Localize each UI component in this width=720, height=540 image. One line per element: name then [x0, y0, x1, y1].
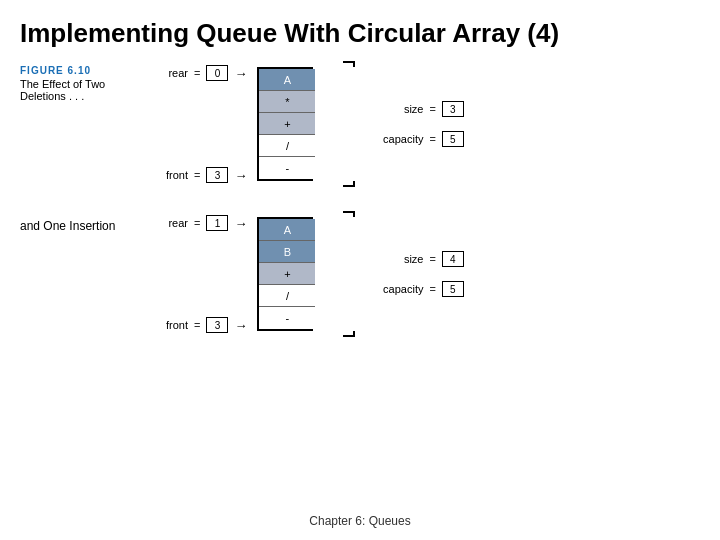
- figure2-block: and One Insertion rear = 1 → front = 3 →: [20, 209, 700, 339]
- figure1-cell-1: *: [259, 91, 315, 113]
- figure1-front-label: front: [150, 169, 188, 181]
- figure2-front-arrow: →: [234, 318, 247, 333]
- figure1-desc: The Effect of Two Deletions . . .: [20, 78, 140, 102]
- figure1-front-row: front = 3 →: [150, 167, 247, 183]
- figure2-front-label: front: [150, 319, 188, 331]
- figure2-size-label: size: [363, 253, 423, 265]
- figure1-cell-2: +: [259, 113, 315, 135]
- figure1-pointers: rear = 0 → front = 3 →: [150, 65, 247, 183]
- figure2-array: A B + / -: [257, 217, 313, 331]
- figure2-capacity-val: 5: [442, 281, 464, 297]
- figure2-label: and One Insertion: [20, 215, 140, 235]
- figure1-array-wrapper: A * + / -: [257, 67, 343, 181]
- figure2-cell-3: /: [259, 285, 315, 307]
- figure1-front-eq: =: [194, 169, 200, 181]
- figure1-cell-0: A: [259, 69, 315, 91]
- figure1-capacity-eq: =: [429, 133, 435, 145]
- figure2-pointers: rear = 1 → front = 3 →: [150, 215, 247, 333]
- figure2-section: and One Insertion: [20, 215, 140, 235]
- figure2-stats: size = 4 capacity = 5: [363, 251, 463, 297]
- figure2-array-wrapper: A B + / -: [257, 217, 343, 331]
- figure1-rear-eq: =: [194, 67, 200, 79]
- figure1-num: FIGURE 6.10: [20, 65, 140, 76]
- figure2-cell-0: A: [259, 219, 315, 241]
- figure1-rear-label: rear: [150, 67, 188, 79]
- figure2-front-eq: =: [194, 319, 200, 331]
- figure2-rear-arrow: →: [234, 216, 247, 231]
- figure2-capacity-row: capacity = 5: [363, 281, 463, 297]
- figure2-front-row: front = 3 →: [150, 317, 247, 333]
- figure2-cell-4: -: [259, 307, 315, 329]
- figure2-size-row: size = 4: [363, 251, 463, 267]
- figure2-rear-box: 1: [206, 215, 228, 231]
- figure2-cell-2: +: [259, 263, 315, 285]
- figure2-cell-1: B: [259, 241, 315, 263]
- figure1-front-arrow: →: [234, 168, 247, 183]
- figure1-block: FIGURE 6.10 The Effect of Two Deletions …: [20, 59, 700, 189]
- figure1-array: A * + / -: [257, 67, 313, 181]
- figure1-size-row: size = 3: [363, 101, 463, 117]
- figure1-bracket-top: [343, 61, 355, 67]
- figure2-bracket-top: [343, 211, 355, 217]
- figure1-capacity-label: capacity: [363, 133, 423, 145]
- footer-caption: Chapter 6: Queues: [0, 514, 720, 528]
- figure2-front-box: 3: [206, 317, 228, 333]
- figure1-size-val: 3: [442, 101, 464, 117]
- figure2-capacity-eq: =: [429, 283, 435, 295]
- figure2-rear-label: rear: [150, 217, 188, 229]
- figure1-rear-box: 0: [206, 65, 228, 81]
- figure2-size-val: 4: [442, 251, 464, 267]
- page-title: Implementing Queue With Circular Array (…: [0, 0, 720, 59]
- figure1-capacity-row: capacity = 5: [363, 131, 463, 147]
- figure1-bracket-bottom: [343, 181, 355, 187]
- figure1-cell-3: /: [259, 135, 315, 157]
- figure2-capacity-label: capacity: [363, 283, 423, 295]
- figure1-label: FIGURE 6.10 The Effect of Two Deletions …: [20, 65, 140, 102]
- figure1-cell-4: -: [259, 157, 315, 179]
- figure1-front-box: 3: [206, 167, 228, 183]
- figure1-rear-row: rear = 0 →: [150, 65, 247, 81]
- figure1-stats: size = 3 capacity = 5: [363, 101, 463, 147]
- figure1-size-label: size: [363, 103, 423, 115]
- figure2-rear-eq: =: [194, 217, 200, 229]
- figure2-rear-row: rear = 1 →: [150, 215, 247, 231]
- figure1-capacity-val: 5: [442, 131, 464, 147]
- figure1-diagram: rear = 0 → front = 3 → A *: [150, 65, 700, 183]
- figure2-bracket-bottom: [343, 331, 355, 337]
- figure2-size-eq: =: [429, 253, 435, 265]
- figure2-diagram: rear = 1 → front = 3 → A B: [150, 215, 700, 333]
- figure1-size-eq: =: [429, 103, 435, 115]
- figure1-rear-arrow: →: [234, 66, 247, 81]
